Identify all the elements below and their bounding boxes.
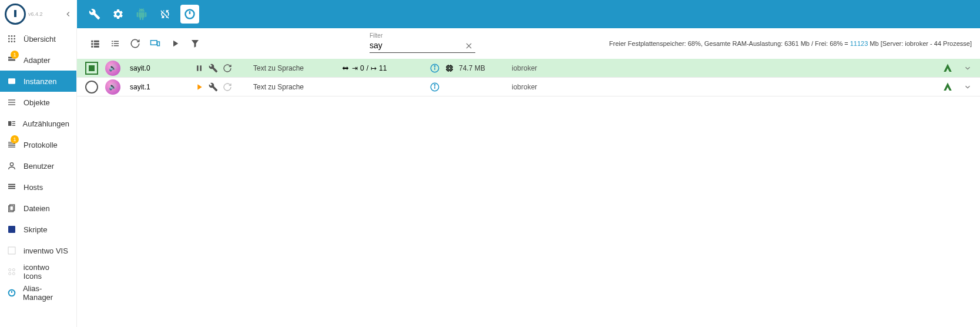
devices-icon[interactable] — [145, 34, 165, 54]
svg-rect-23 — [8, 145, 15, 146]
instance-state-indicator[interactable] — [85, 62, 98, 75]
sidebar-item-label: Hosts — [24, 183, 43, 192]
svg-rect-43 — [91, 46, 93, 48]
svg-marker-72 — [197, 84, 202, 89]
sidebar-item-objekte[interactable]: Objekte — [0, 92, 76, 113]
grid-icon — [7, 34, 19, 44]
svg-rect-44 — [94, 46, 99, 48]
svg-rect-18 — [12, 121, 15, 122]
topbar — [77, 0, 980, 28]
sidebar-item-label: icontwo Icons — [24, 263, 69, 281]
svg-point-33 — [9, 269, 11, 271]
sidebar-item-aufzaehlungen[interactable]: Aufzählungen — [0, 113, 76, 134]
sidebar-item-label: Objekte — [24, 98, 50, 107]
sidebar-item-hosts[interactable]: Hosts — [0, 176, 76, 198]
svg-rect-16 — [8, 104, 15, 105]
clear-filter-icon[interactable] — [465, 42, 473, 50]
gear-icon[interactable] — [106, 2, 130, 26]
filter-icon[interactable] — [185, 34, 205, 54]
svg-rect-12 — [8, 59, 15, 61]
sidebar-item-label: Dateien — [24, 204, 50, 213]
svg-rect-63 — [448, 67, 451, 69]
art-track-icon — [7, 119, 18, 128]
storage-icon — [7, 182, 19, 192]
svg-rect-41 — [91, 43, 93, 45]
svg-rect-13 — [8, 78, 15, 84]
svg-rect-48 — [114, 43, 119, 44]
sidebar-item-label: Aufzählungen — [22, 119, 69, 128]
conn-in: 0 — [360, 64, 364, 72]
play-icon[interactable] — [194, 82, 204, 92]
sidebar: Übersicht 1 Adapter Instanzen Objekte Au… — [0, 28, 77, 327]
badge: 1 — [11, 51, 19, 59]
svg-rect-27 — [8, 186, 15, 187]
settings-icon[interactable] — [209, 64, 218, 73]
view-compact-icon[interactable] — [105, 34, 125, 54]
instance-name[interactable]: sayit.0 — [130, 64, 194, 72]
sidebar-item-benutzer[interactable]: Benutzer — [0, 155, 76, 176]
instance-name[interactable]: sayit.1 — [130, 83, 194, 91]
svg-rect-52 — [157, 42, 160, 46]
svg-rect-49 — [112, 45, 113, 46]
instance-row: sayit.0 Text zu Sprache ⇥0 / ↦11 74.7 MB… — [77, 59, 980, 78]
restart-icon[interactable] — [223, 64, 232, 73]
inventwo-icon — [7, 246, 19, 255]
instance-host: iobroker — [512, 83, 806, 91]
pause-icon[interactable] — [194, 64, 204, 73]
svg-point-25 — [10, 163, 13, 166]
sidebar-item-skripte[interactable]: Skripte — [0, 219, 76, 240]
svg-point-6 — [11, 38, 13, 40]
sidebar-item-inventwo-vis[interactable]: inventwo VIS — [0, 240, 76, 261]
instance-description: Text zu Sprache — [253, 64, 341, 72]
sidebar-item-instanzen[interactable]: Instanzen — [0, 71, 76, 92]
play-all-icon[interactable] — [165, 34, 185, 54]
sidebar-item-label: Skripte — [24, 225, 47, 234]
svg-rect-15 — [8, 102, 15, 102]
sentry-icon[interactable] — [942, 63, 953, 74]
info-icon[interactable] — [429, 82, 440, 92]
svg-rect-19 — [12, 123, 15, 124]
sidebar-item-label: Übersicht — [24, 35, 56, 44]
sidebar-item-dateien[interactable]: Dateien — [0, 198, 76, 219]
svg-rect-47 — [112, 43, 113, 44]
sidebar-item-alias-manager[interactable]: Alias-Manager — [0, 282, 76, 303]
wrench-icon[interactable] — [83, 2, 106, 26]
svg-rect-24 — [8, 146, 15, 147]
subtitles-icon — [7, 76, 19, 86]
swap-icon — [341, 64, 350, 72]
svg-rect-42 — [94, 43, 99, 45]
info-icon[interactable] — [429, 63, 440, 74]
sync-off-icon[interactable] — [153, 2, 177, 26]
sentry-icon[interactable] — [942, 82, 953, 92]
sidebar-item-label: Alias-Manager — [23, 284, 69, 302]
android-icon[interactable] — [130, 2, 153, 26]
js-icon — [7, 225, 19, 234]
expand-row-icon[interactable] — [964, 64, 972, 72]
instance-host: iobroker — [512, 64, 806, 72]
sidebar-item-protokolle[interactable]: 1 Protokolle — [0, 134, 76, 155]
svg-point-3 — [11, 35, 13, 37]
settings-icon[interactable] — [209, 82, 218, 92]
svg-point-7 — [14, 38, 15, 40]
svg-marker-53 — [173, 41, 178, 47]
expand-row-icon[interactable] — [964, 83, 972, 91]
sidebar-item-adapter[interactable]: 1 Adapter — [0, 49, 76, 71]
sidebar-item-icontwo-icons[interactable]: icontwo Icons — [0, 261, 76, 282]
instance-state-indicator[interactable] — [85, 81, 98, 94]
sidebar-item-label: Adapter — [24, 56, 51, 65]
conn-out: 11 — [379, 64, 387, 72]
svg-point-61 — [434, 65, 435, 66]
view-list-icon[interactable] — [85, 34, 105, 54]
collapse-sidebar-icon[interactable] — [64, 10, 72, 18]
svg-point-2 — [8, 35, 10, 37]
instance-description: Text zu Sprache — [253, 83, 341, 91]
sidebar-item-uebersicht[interactable]: Übersicht — [0, 28, 76, 49]
file-copy-icon — [7, 203, 19, 213]
svg-rect-31 — [8, 226, 15, 233]
filter-input[interactable] — [370, 35, 475, 53]
refresh-icon[interactable] — [125, 34, 145, 54]
iobroker-logo-button[interactable] — [180, 5, 199, 24]
svg-marker-54 — [192, 40, 199, 48]
sidebar-item-label: Instanzen — [24, 77, 56, 86]
memory-value: 74.7 MB — [459, 64, 485, 72]
